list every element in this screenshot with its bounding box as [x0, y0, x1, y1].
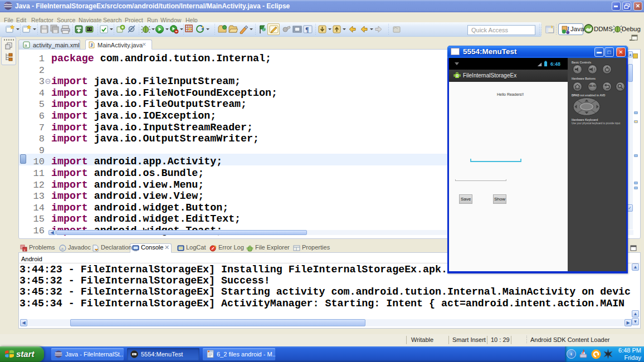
svg-text:TL: TL: [133, 353, 135, 356]
svg-text:a: a: [61, 246, 64, 251]
svg-text:J: J: [567, 26, 569, 32]
svg-text:G: G: [263, 28, 266, 32]
svg-text:a: a: [25, 43, 27, 48]
svg-text:J: J: [90, 42, 93, 48]
svg-text:x: x: [24, 248, 26, 252]
svg-text:¶: ¶: [305, 26, 309, 33]
